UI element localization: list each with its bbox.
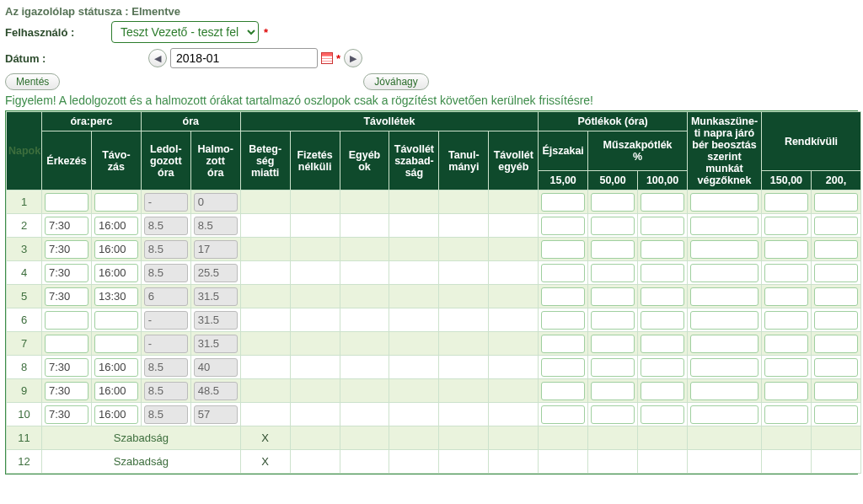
potlek-input[interactable]	[591, 382, 635, 400]
potlek-input[interactable]	[541, 358, 585, 377]
tavozas-input[interactable]	[94, 358, 138, 377]
munkaszunet-input[interactable]	[690, 405, 758, 424]
munkaszunet-input[interactable]	[690, 382, 758, 400]
tavozas-input[interactable]	[94, 240, 138, 259]
tavozas-input[interactable]	[94, 405, 138, 424]
tavozas-input[interactable]	[94, 264, 138, 282]
potlek-input[interactable]	[591, 358, 635, 377]
h-munkaszunet: Munkaszüne- ti napra járó bér beosztás s…	[687, 112, 761, 190]
rendkivuli-input[interactable]	[764, 287, 808, 306]
rendkivuli-input[interactable]	[814, 193, 858, 212]
rendkivuli-input[interactable]	[814, 287, 858, 306]
rendkivuli-input[interactable]	[814, 311, 858, 330]
tavozas-input[interactable]	[94, 335, 138, 353]
potlek-input[interactable]	[591, 311, 635, 330]
tavozas-input[interactable]	[94, 217, 138, 235]
rendkivuli-input[interactable]	[814, 240, 858, 259]
rendkivuli-input[interactable]	[814, 335, 858, 353]
rendkivuli-input[interactable]	[814, 382, 858, 400]
munkaszunet-input[interactable]	[690, 193, 758, 212]
rendkivuli-input[interactable]	[764, 311, 808, 330]
munkaszunet-input[interactable]	[690, 240, 758, 259]
potlek-input[interactable]	[591, 264, 635, 282]
potlek-input[interactable]	[541, 264, 585, 282]
date-next-button[interactable]: ▶	[344, 49, 362, 67]
rendkivuli-input[interactable]	[764, 264, 808, 282]
date-prev-button[interactable]: ◀	[148, 49, 167, 67]
potlek-input[interactable]	[541, 311, 585, 330]
rendkivuli-input[interactable]	[764, 405, 808, 424]
erkezes-input[interactable]	[45, 217, 88, 235]
erkezes-input[interactable]	[45, 240, 88, 259]
approve-button[interactable]: Jóváhagy	[363, 73, 428, 90]
user-select[interactable]: Teszt Vezető - teszt felha	[111, 21, 259, 43]
potlek-input[interactable]	[641, 264, 684, 282]
munkaszunet-input[interactable]	[690, 311, 758, 330]
rendkivuli-input[interactable]	[814, 264, 858, 282]
erkezes-input[interactable]	[45, 335, 88, 353]
empty-cell	[290, 450, 340, 474]
halmozott-input	[194, 382, 238, 400]
rendkivuli-input[interactable]	[764, 240, 808, 259]
potlek-input[interactable]	[641, 287, 684, 306]
erkezes-input[interactable]	[45, 382, 88, 400]
potlek-input[interactable]	[591, 217, 635, 235]
tavozas-input[interactable]	[94, 287, 138, 306]
rendkivuli-input[interactable]	[764, 217, 808, 235]
user-label: Felhasználó :	[5, 26, 106, 39]
potlek-input[interactable]	[641, 193, 684, 212]
potlek-input[interactable]	[591, 193, 635, 212]
munkaszunet-input[interactable]	[690, 287, 758, 306]
erkezes-input[interactable]	[45, 287, 88, 306]
day-cell: 4	[7, 261, 42, 285]
potlek-input[interactable]	[541, 405, 585, 424]
potlek-input[interactable]	[541, 193, 585, 212]
rendkivuli-input[interactable]	[764, 358, 808, 377]
potlek-input[interactable]	[641, 240, 684, 259]
munkaszunet-input[interactable]	[690, 264, 758, 282]
potlek-input[interactable]	[541, 240, 585, 259]
absence-cell	[439, 356, 489, 379]
table-row: 9	[7, 379, 861, 403]
rendkivuli-input[interactable]	[814, 358, 858, 377]
erkezes-input[interactable]	[45, 311, 88, 330]
potlek-input[interactable]	[641, 311, 684, 330]
potlek-input[interactable]	[541, 382, 585, 400]
tavozas-input[interactable]	[94, 193, 138, 212]
table-row: 1	[7, 190, 861, 214]
erkezes-input[interactable]	[45, 358, 88, 377]
potlek-input[interactable]	[591, 405, 635, 424]
absence-cell	[290, 379, 340, 403]
munkaszunet-input[interactable]	[690, 335, 758, 353]
potlek-input[interactable]	[541, 335, 585, 353]
potlek-input[interactable]	[591, 335, 635, 353]
potlek-input[interactable]	[641, 358, 684, 377]
rendkivuli-input[interactable]	[764, 193, 808, 212]
date-input[interactable]	[170, 48, 318, 68]
munkaszunet-input[interactable]	[690, 217, 758, 235]
erkezes-input[interactable]	[45, 264, 88, 282]
absence-cell	[240, 308, 290, 332]
erkezes-input[interactable]	[45, 193, 88, 212]
potlek-input[interactable]	[591, 287, 635, 306]
potlek-input[interactable]	[641, 335, 684, 353]
munkaszunet-input[interactable]	[690, 358, 758, 377]
potlek-input[interactable]	[591, 240, 635, 259]
absence-cell	[489, 356, 539, 379]
h-musz50: 50,00	[588, 171, 638, 190]
potlek-input[interactable]	[641, 405, 684, 424]
erkezes-input[interactable]	[45, 405, 88, 424]
save-button[interactable]: Mentés	[5, 73, 60, 90]
potlek-input[interactable]	[641, 382, 684, 400]
potlek-input[interactable]	[541, 217, 585, 235]
rendkivuli-input[interactable]	[764, 382, 808, 400]
tavozas-input[interactable]	[94, 311, 138, 330]
tavozas-input[interactable]	[94, 382, 138, 400]
potlek-input[interactable]	[641, 217, 684, 235]
rendkivuli-input[interactable]	[764, 335, 808, 353]
rendkivuli-input[interactable]	[814, 405, 858, 424]
rendkivuli-input[interactable]	[814, 217, 858, 235]
empty-cell	[761, 426, 811, 450]
calendar-icon[interactable]	[321, 52, 333, 64]
potlek-input[interactable]	[541, 287, 585, 306]
